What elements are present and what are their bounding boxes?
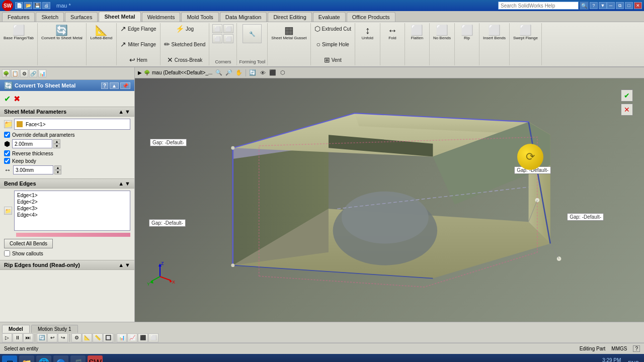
sheet-metal-params-header[interactable]: Sheet Metal Parameters ▲ ▼ — [0, 107, 134, 117]
bt-1[interactable]: ▷ — [2, 333, 12, 342]
no-bends-btn[interactable]: ⬜ No Bends — [432, 24, 452, 41]
fold-btn[interactable]: ↔ Fold — [382, 24, 403, 41]
media-btn[interactable]: 🎵 — [70, 355, 86, 362]
close-btn[interactable]: ✕ — [634, 2, 642, 9]
thickness-up[interactable]: ▲ — [53, 139, 60, 144]
reverse-thickness-checkbox[interactable] — [4, 150, 10, 156]
edge-item-2[interactable]: Edge<2> — [16, 199, 129, 205]
bt-4[interactable]: 🔄 — [37, 333, 47, 342]
bt-2[interactable]: ⏸ — [13, 333, 23, 342]
extruded-cut-btn[interactable]: ⬡ Extruded Cut — [313, 24, 353, 33]
bt-12[interactable]: 📈 — [127, 333, 137, 342]
tab-weldments[interactable]: Weldments — [142, 12, 181, 22]
view-btn[interactable]: 👁 — [258, 68, 267, 77]
tab-features[interactable]: Features — [2, 12, 35, 22]
tab-sketch[interactable]: Sketch — [36, 12, 64, 22]
save-btn[interactable]: 💾 — [33, 2, 41, 9]
simple-hole-btn[interactable]: ○ Simple Hole — [315, 40, 351, 49]
minimize-btn[interactable]: ─ — [607, 2, 615, 9]
bt-13[interactable]: ⬛ — [138, 333, 148, 342]
rip-distance-input[interactable] — [13, 165, 53, 174]
insert-bends-btn[interactable]: ⬜ Insert Bends — [481, 24, 507, 41]
start-btn[interactable]: ⊞ — [2, 355, 17, 362]
rotate-btn[interactable]: 🔄 — [248, 68, 257, 77]
base-flange-btn[interactable]: ⬜ Base Flange/Tab — [2, 24, 35, 41]
rip-edges-header[interactable]: Rip Edges found (Read-only) ▲ ▼ — [0, 260, 134, 270]
ok-button[interactable]: ✔ — [4, 94, 11, 104]
restore-btn[interactable]: ⧉ — [616, 2, 624, 9]
panel-pin-btn[interactable]: 📌 — [120, 82, 130, 89]
edge-item-4[interactable]: Edge<4> — [16, 212, 129, 218]
file-explorer-btn[interactable]: 📁 — [19, 355, 34, 362]
unfold-btn[interactable]: ↕ Unfold — [357, 24, 377, 41]
print-btn[interactable]: 🖨 — [42, 2, 50, 9]
help-icon-status[interactable]: ? — [633, 345, 640, 352]
display-btn[interactable]: ⬛ — [268, 68, 277, 77]
rip-down[interactable]: ▼ — [54, 170, 61, 174]
zoom-btn[interactable]: 🔎 — [224, 68, 233, 77]
bt-10[interactable]: 🔲 — [103, 333, 113, 342]
tab-office-products[interactable]: Office Products — [347, 12, 395, 22]
viewport-ok-btn[interactable]: ✔ — [621, 89, 633, 102]
tree-icon-2[interactable]: 📋 — [11, 69, 19, 77]
new-btn[interactable]: 📄 — [15, 2, 23, 9]
bend-folder-icon[interactable]: 📁 — [4, 207, 12, 215]
edge-item-1[interactable]: Edge<1> — [16, 192, 129, 199]
chrome-btn[interactable]: 🌐 — [36, 355, 51, 362]
zoom-fit-btn[interactable]: 🔍 — [214, 68, 223, 77]
miter-flange-btn[interactable]: ↗ Miter Flange — [119, 40, 157, 49]
tab-mold-tools[interactable]: Mold Tools — [181, 12, 218, 22]
keep-body-checkbox[interactable] — [4, 158, 10, 164]
tab-direct-editing[interactable]: Direct Editing — [268, 12, 311, 22]
collect-all-bends-btn[interactable]: Collect All Bends — [4, 239, 53, 248]
thickness-input[interactable] — [12, 139, 52, 148]
jog-btn[interactable]: ⚡ Jog — [174, 24, 195, 33]
ie-btn[interactable]: 🔵 — [53, 355, 68, 362]
convert-sheet-metal-btn[interactable]: 🔄 Convert to Sheet Metal — [40, 24, 84, 41]
open-btn[interactable]: 📂 — [24, 2, 32, 9]
bt-8[interactable]: 📐 — [82, 333, 92, 342]
tree-icon-3[interactable]: ⚙ — [20, 69, 28, 77]
bt-3[interactable]: ⏭ — [23, 333, 33, 342]
tab-data-migration[interactable]: Data Migration — [220, 12, 267, 22]
sketched-bend-btn[interactable]: ✏ Sketched Bend — [163, 40, 207, 49]
panel-collapse-btn[interactable]: ▲ — [110, 82, 119, 89]
search-button[interactable]: 🔍 — [580, 2, 589, 10]
bt-7[interactable]: ⚙ — [71, 333, 82, 342]
tree-icon-5[interactable]: 📊 — [38, 69, 46, 77]
override-checkbox[interactable] — [4, 132, 10, 138]
flatten-btn[interactable]: ⬜ Flatten — [407, 24, 427, 41]
tree-icon-4[interactable]: 🔗 — [29, 69, 37, 77]
show-callouts-checkbox[interactable] — [4, 250, 10, 256]
motion-study-tab[interactable]: Motion Study 1 — [31, 325, 78, 333]
tab-sheet-metal[interactable]: Sheet Metal — [99, 12, 140, 22]
section-btn[interactable]: ⬡ — [278, 68, 287, 77]
bt-9[interactable]: 📏 — [93, 333, 103, 342]
edge-list[interactable]: Edge<1> Edge<2> Edge<3> Edge<4> — [14, 191, 130, 231]
thickness-down[interactable]: ▼ — [53, 144, 60, 148]
help-btn[interactable]: ? — [590, 2, 598, 9]
cancel-button[interactable]: ✖ — [14, 94, 20, 104]
bend-edges-header[interactable]: Bend Edges ▲ ▼ — [0, 178, 134, 189]
maximize-btn[interactable]: □ — [625, 2, 633, 9]
edge-flange-btn[interactable]: ↗ Edge Flange — [119, 24, 158, 33]
options-btn[interactable]: ▼ — [599, 2, 607, 9]
lofted-bend-btn[interactable]: 📐 Lofted-Bend — [89, 24, 114, 41]
face-input-box[interactable]: Face<1> — [14, 119, 130, 130]
face-folder-icon[interactable]: 📁 — [4, 120, 12, 128]
bt-6[interactable]: ↪ — [58, 333, 68, 342]
cross-break-btn[interactable]: ✕ Cross-Break — [166, 55, 204, 64]
corner-btn-4[interactable]: ⬜ — [223, 34, 233, 43]
edge-item-3[interactable]: Edge<3> — [16, 205, 129, 212]
tab-evaluate[interactable]: Evaluate — [313, 12, 346, 22]
tree-icon-1[interactable]: 🌳 — [2, 69, 10, 77]
model-tab[interactable]: Model — [2, 325, 30, 333]
search-input[interactable] — [498, 2, 579, 10]
corner-btn-3[interactable]: ⬜ — [212, 34, 222, 43]
vent-btn[interactable]: ⊞ Vent — [323, 55, 343, 64]
viewport-cancel-btn[interactable]: ✕ — [621, 104, 633, 116]
gusset-btn[interactable]: ▦ Sheet Metal Gusset — [270, 24, 308, 41]
pan-btn[interactable]: ✋ — [234, 68, 244, 77]
hem-btn[interactable]: ↩ Hem — [128, 55, 149, 64]
viewport-3d[interactable]: Gap: -Default- Gap: -Default- Gap: -Defa… — [135, 78, 644, 322]
